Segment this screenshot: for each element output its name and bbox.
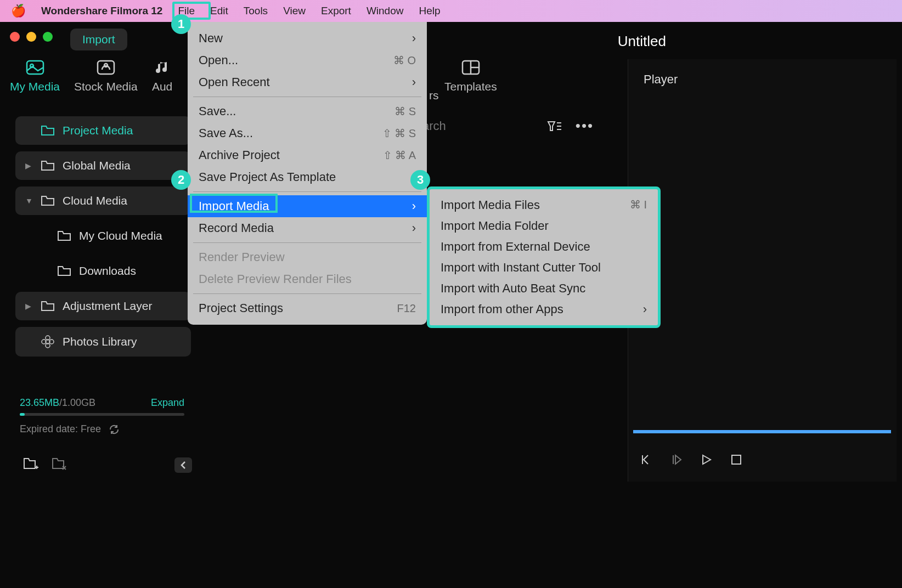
sidebar-item-adjustment-layer[interactable]: ▶ Adjustment Layer — [15, 292, 191, 320]
tab-label: My Media — [10, 80, 60, 93]
macos-menubar: 🍎 Wondershare Filmora 12 File Edit Tools… — [0, 0, 902, 22]
expired-date-label: Expired date: Free — [20, 423, 101, 435]
submenu-import-auto-beat-sync[interactable]: Import with Auto Beat Sync — [430, 278, 658, 299]
menu-item-record-media[interactable]: Record Media› — [188, 217, 427, 239]
menu-separator — [193, 97, 421, 97]
import-button[interactable]: Import — [70, 29, 127, 50]
media-tabs: My Media Stock Media Aud — [10, 59, 173, 93]
minimize-window-button[interactable] — [26, 32, 36, 42]
storage-used: 23.65MB — [20, 397, 59, 408]
menu-item-delete-preview: Delete Preview Render Files — [188, 268, 427, 290]
menu-item-label: Import Media — [199, 199, 269, 213]
folder-icon — [41, 125, 55, 136]
menu-item-save-as[interactable]: Save As...⇧ ⌘ S — [188, 122, 427, 144]
menu-item-label: Save Project As Template — [199, 170, 336, 184]
media-tabs-right: Templates — [444, 59, 497, 93]
filter-icon[interactable] — [547, 120, 562, 133]
sidebar-item-label: Adjustment Layer — [63, 299, 152, 313]
storage-total: /1.00GB — [59, 397, 95, 408]
menubar-export[interactable]: Export — [321, 5, 351, 17]
submenu-import-other-apps[interactable]: Import from other Apps› — [430, 299, 658, 320]
window-controls — [10, 32, 53, 42]
storage-amount: 23.65MB/1.00GB — [20, 397, 95, 409]
player-controls — [639, 453, 742, 466]
prev-frame-icon[interactable] — [639, 453, 652, 466]
svg-rect-21 — [732, 455, 741, 464]
templates-icon — [460, 59, 481, 76]
menu-item-project-settings[interactable]: Project SettingsF12 — [188, 297, 427, 319]
sidebar-item-label: Cloud Media — [63, 194, 127, 207]
submenu-import-media-folder[interactable]: Import Media Folder — [430, 216, 658, 236]
menu-item-import-media[interactable]: Import Media › — [188, 195, 427, 217]
storage-info: 23.65MB/1.00GB Expand Expired date: Free — [20, 397, 184, 435]
refresh-icon[interactable] — [109, 424, 120, 435]
sidebar-item-photos-library[interactable]: Photos Library — [15, 327, 191, 357]
sidebar-item-downloads[interactable]: Downloads — [32, 257, 191, 285]
chevron-right-icon: › — [412, 75, 416, 89]
menubar-view[interactable]: View — [283, 5, 306, 17]
delete-folder-icon[interactable] — [52, 457, 67, 471]
maximize-window-button[interactable] — [43, 32, 53, 42]
tab-stock-media[interactable]: Stock Media — [74, 59, 138, 93]
menu-item-open[interactable]: Open...⌘ O — [188, 49, 427, 71]
new-folder-icon[interactable] — [23, 457, 38, 471]
submenu-import-instant-cutter[interactable]: Import with Instant Cutter Tool — [430, 257, 658, 278]
submenu-import-external-device[interactable]: Import from External Device — [430, 236, 658, 257]
chevron-left-icon — [180, 461, 187, 470]
sidebar-bottom-actions — [23, 457, 67, 471]
menu-separator — [193, 191, 421, 192]
menubar-tools[interactable]: Tools — [244, 5, 268, 17]
menu-item-label: Import with Instant Cutter Tool — [441, 261, 601, 275]
search-toolbar: arch ••• — [422, 117, 594, 134]
chevron-right-icon: ▶ — [25, 161, 33, 170]
menubar-edit[interactable]: Edit — [210, 5, 228, 17]
chevron-down-icon: ▼ — [25, 196, 33, 205]
sidebar-item-global-media[interactable]: ▶ Global Media — [15, 151, 191, 180]
sidebar-item-cloud-media[interactable]: ▼ Cloud Media — [15, 186, 191, 215]
chevron-right-icon: › — [412, 221, 416, 235]
more-options-icon[interactable]: ••• — [576, 117, 594, 134]
menu-item-label: Open... — [199, 53, 238, 67]
chevron-right-icon: › — [643, 302, 647, 316]
expand-storage-link[interactable]: Expand — [151, 397, 184, 409]
svg-rect-0 — [27, 61, 43, 74]
submenu-import-media-files[interactable]: Import Media Files⌘ I — [430, 195, 658, 216]
menu-item-save[interactable]: Save...⌘ S — [188, 100, 427, 122]
tab-stickers[interactable]: Templates — [444, 59, 497, 93]
menubar-window[interactable]: Window — [367, 5, 404, 17]
project-title: Untitled — [618, 33, 666, 50]
shortcut: ⇧ ⌘ A — [383, 149, 416, 162]
tab-audio[interactable]: Aud — [152, 59, 173, 93]
folder-icon — [41, 301, 55, 312]
stock-media-icon — [95, 59, 116, 76]
sidebar-item-my-cloud-media[interactable]: My Cloud Media — [32, 222, 191, 250]
menu-item-new[interactable]: New› — [188, 27, 427, 49]
menubar-app-name[interactable]: Wondershare Filmora 12 — [41, 5, 162, 17]
tab-my-media[interactable]: My Media — [10, 59, 60, 93]
collapse-sidebar-button[interactable] — [174, 457, 192, 473]
menu-item-label: Save As... — [199, 126, 253, 140]
sidebar-item-label: Downloads — [79, 264, 136, 278]
folder-icon — [41, 195, 55, 206]
storage-progress-bar — [20, 413, 184, 416]
menu-item-label: Import from External Device — [441, 240, 590, 254]
chevron-right-icon: ▶ — [25, 302, 33, 310]
stop-icon[interactable] — [730, 454, 742, 466]
menu-item-label: Open Recent — [199, 75, 270, 89]
menubar-help[interactable]: Help — [419, 5, 440, 17]
menu-item-archive-project[interactable]: Archive Project⇧ ⌘ A — [188, 144, 427, 166]
apple-logo-icon[interactable]: 🍎 — [11, 4, 26, 18]
photos-icon — [41, 335, 55, 349]
menu-item-label: Save... — [199, 104, 236, 118]
play-pause-icon[interactable] — [670, 453, 683, 466]
play-icon[interactable] — [701, 453, 713, 466]
menu-item-save-template[interactable]: Save Project As Template — [188, 166, 427, 188]
close-window-button[interactable] — [10, 32, 20, 42]
menu-item-label: Archive Project — [199, 148, 280, 162]
chevron-right-icon: › — [412, 199, 416, 213]
menu-item-open-recent[interactable]: Open Recent› — [188, 71, 427, 93]
menu-item-label: Project Settings — [199, 301, 283, 315]
menu-separator — [193, 242, 421, 243]
sidebar-item-project-media[interactable]: Project Media — [15, 116, 191, 145]
player-timeline[interactable] — [633, 430, 891, 433]
